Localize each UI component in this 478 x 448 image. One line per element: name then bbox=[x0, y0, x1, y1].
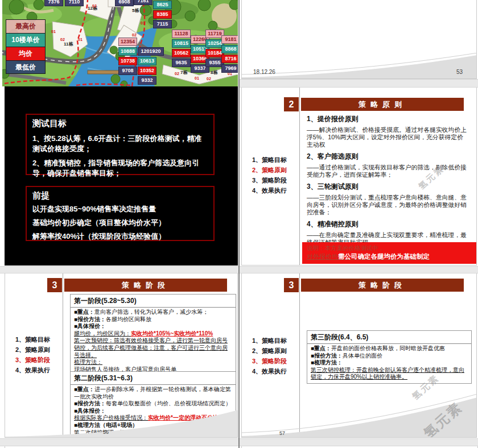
objective-2: 2、精准预销控，指导销售现场的客户筛选及意向引导，确保开盘销售率目标； bbox=[32, 158, 208, 179]
price-tag: 1201920 bbox=[138, 47, 164, 56]
column-divider bbox=[238, 0, 240, 448]
slide-sorter-page: { "watermark": "氢元素", "s53": { "date": "… bbox=[0, 0, 478, 448]
slide-thumbnail-objectives[interactable]: 测试目标 1、按5.28认筹，6.6开盘计：三阶段价格测试，精准测试价格接受度；… bbox=[5, 86, 238, 266]
slide-date: 18.12.26 bbox=[253, 69, 275, 75]
principle-body: ——解决价格测试、价格接受摸底。通过对各腿实收均价上浮5%、10%两大区间，设定… bbox=[307, 126, 467, 148]
unit-marker: 02 bbox=[207, 77, 211, 81]
principle-title: 1、提价报价原则 bbox=[307, 114, 467, 124]
box-title: 测试目标 bbox=[32, 118, 208, 129]
stage-text-line: ■梳理方法： bbox=[311, 359, 468, 367]
stage-title: 第二阶段(5.31~6.3) bbox=[71, 372, 236, 385]
price-tag: 10815 bbox=[172, 39, 191, 48]
agenda-item: 3、策略阶段 bbox=[15, 356, 67, 364]
unit-marker: 01 bbox=[78, 38, 83, 42]
building-label: 7栋 bbox=[180, 69, 187, 76]
stage-text-line: 针对客户价格接受情况，识别A\B类客户； bbox=[74, 436, 232, 438]
stage-text-line: 梳理方法： bbox=[74, 359, 232, 366]
stage-text-line: ■报价方法：具体单位的面价 bbox=[311, 352, 468, 360]
stage-text-line: ■重点：开盘前的面价价格表释放，同时暗放开盘优惠 bbox=[311, 345, 468, 352]
price-tag: 10352 bbox=[138, 67, 156, 75]
price-tag: 11128 bbox=[172, 30, 191, 38]
slide-agenda-nav: 1、策略目标2、策略原则3、策略阶段4、效果执行 bbox=[15, 336, 67, 377]
price-tag: 8716 bbox=[221, 55, 238, 63]
price-tag: 12354 bbox=[118, 38, 137, 46]
stage-text-line: 第二次销控梳理：根据客户筹号，采用日更新客户意向梳理； bbox=[74, 429, 232, 437]
price-tag: 7161 bbox=[134, 0, 153, 5]
slide-thumbnail-53[interactable]: 18.12.26 53 bbox=[241, 0, 477, 79]
legend-10th-floor-price: 10楼单价 bbox=[6, 33, 46, 47]
stage-text-line: ■报价方法：每套单位取整面价（均价、总价视现场情况而定） bbox=[74, 400, 232, 408]
principle-title: 2、客户筛选原则 bbox=[307, 152, 467, 161]
slide-agenda-nav: 1、策略目标2、策略原则3、策略阶段4、效果执行 bbox=[252, 156, 303, 197]
slide-title: 策略阶段 bbox=[301, 279, 464, 292]
principle-body: ——通过价格测试，实现有效目标客户的筛选，剔除低价接受能力客户，进而保证解筹率； bbox=[307, 164, 467, 179]
page-number: 56 bbox=[103, 429, 109, 435]
stage-text-line: ■重点：意向客户筛选，转化为认筹客户，减少水筹； bbox=[74, 309, 232, 316]
agenda-item: 4、效果执行 bbox=[252, 187, 303, 194]
agenda-item: 1、策略目标 bbox=[15, 336, 67, 343]
unit-marker: 02 bbox=[60, 38, 65, 42]
section-number: 3 bbox=[284, 278, 299, 292]
unit-marker: 02 bbox=[132, 33, 137, 37]
unit-marker: 01 bbox=[195, 76, 199, 80]
footer-swoosh bbox=[242, 392, 477, 437]
stage-text-line: 第三次销控梳理：开盘前晚全部认筹客户逐个精准梳理，意向锁定，力保开盘90%以上销… bbox=[311, 367, 468, 381]
slide-thumbnail-stage-3[interactable]: 3 策略阶段 1、策略目标2、策略原则3、策略阶段4、效果执行 第三阶段(6.4… bbox=[241, 273, 477, 438]
slide-thumbnail-map[interactable]: 最高价 10楼单价 均价 最低价 73767110690871618625838… bbox=[2, 0, 238, 86]
price-tag: 10738 bbox=[118, 57, 137, 65]
building-label: 5栋 bbox=[132, 7, 139, 14]
footer-swoosh bbox=[242, 53, 477, 78]
premise-1: 以开盘实现85~90%销售率决定推售量 bbox=[32, 204, 208, 214]
stage-text-line: ■报价方法：各腿均价区间释放 bbox=[74, 316, 232, 323]
unit-marker: 01 bbox=[141, 21, 145, 25]
premise-box: 前提 以开盘实现85~90%销售率决定推售量 基础均价初步确定（项目整体均价水平… bbox=[26, 186, 215, 241]
stage-2-box: 第二阶段(5.31~6.3) ■重点：进一步剔除水筹，并根据第一轮价格测试，基本… bbox=[70, 371, 236, 438]
price-tag: 8868 bbox=[221, 45, 238, 53]
agenda-item: 2、策略原则 bbox=[15, 346, 67, 354]
test-objectives-box: 测试目标 1、按5.28认筹，6.6开盘计：三阶段价格测试，精准测试价格接受度；… bbox=[26, 114, 215, 175]
unit-marker: 02 bbox=[92, 4, 97, 8]
agenda-item: 3、策略阶段 bbox=[252, 177, 303, 184]
box-title: 前提 bbox=[32, 190, 208, 201]
price-tag: 7110 bbox=[65, 0, 84, 6]
agenda-item: 2、策略原则 bbox=[252, 167, 303, 174]
stage-1-box: 第一阶段(5.28~5.30) ■重点：意向客户筛选，转化为认筹客户，减少水筹；… bbox=[70, 294, 236, 383]
price-tag: 10562 bbox=[172, 49, 191, 57]
note-banner: 说明：本方案的价格测试中， 对外报价均需公司确定各腿均价为基础制定 bbox=[302, 242, 476, 264]
agenda-item: 2、策略原则 bbox=[252, 347, 303, 355]
price-tag: 8625 bbox=[153, 1, 172, 9]
unit-marker: 01 bbox=[51, 30, 56, 34]
principle-title: 4、精准销控原则 bbox=[307, 219, 467, 229]
page-number: 53 bbox=[456, 69, 463, 75]
stage-body: ■重点：开盘前的面价价格表释放，同时暗放开盘优惠■报价方法：具体单位的面价■梳理… bbox=[307, 344, 471, 383]
price-tag: 7115 bbox=[153, 20, 172, 28]
agenda-item: 1、策略目标 bbox=[252, 337, 303, 345]
note-line-2: 对外报价均需公司确定各腿均价为基础制定 bbox=[307, 252, 472, 261]
section-number: 2 bbox=[284, 97, 299, 111]
watermark: 氢元素 bbox=[420, 398, 467, 438]
stage-text-line: 第一次预销控：筛选有效价格接受客户，进行第一轮意向房号销控，为后续客户梳理做基础… bbox=[74, 337, 232, 359]
legend-lowest-price: 最低价 bbox=[6, 60, 46, 74]
stage-text-line: ■重点：进一步剔除水筹，并根据第一轮价格测试，基本确定第一批次实收均价 bbox=[74, 386, 232, 400]
stage-text-line: 腿均价，均价区间为：实收均价*105%~实收均价*110% bbox=[74, 330, 232, 338]
row-gap bbox=[240, 79, 478, 88]
slide-title: 策略阶段 bbox=[64, 279, 227, 292]
slide-thumbnail-stages-1-2[interactable]: 3 策略阶段 1、策略目标2、策略原则3、策略阶段4、效果执行 第一阶段(5.2… bbox=[5, 273, 238, 438]
stage-title: 第一阶段(5.28~5.30) bbox=[71, 294, 236, 308]
stage-text-line: 根据实际客户价格接受情况：实收均价*一定的浮动百分比 bbox=[74, 414, 232, 422]
unit-marker: 02 bbox=[175, 72, 179, 76]
building-label: 11栋 bbox=[64, 41, 73, 47]
page-number: 57 bbox=[279, 430, 285, 436]
slide-thumbnail-principles[interactable]: 2 策略原则 1、策略目标2、策略原则3、策略阶段4、效果执行 1、提价报价原则… bbox=[241, 86, 477, 266]
price-tag: 9332 bbox=[138, 76, 156, 85]
note-line-1: 说明：本方案的价格测试中， bbox=[307, 244, 472, 252]
principles-list: 1、提价报价原则——解决价格测试、价格接受摸底。通过对各腿实收均价上浮5%、10… bbox=[307, 111, 467, 248]
map-price-legend: 最高价 10楼单价 均价 最低价 bbox=[6, 19, 46, 74]
stage-3-box: 第三阶段(6.4、6.5) ■重点：开盘前的面价价格表释放，同时暗放开盘优惠■报… bbox=[307, 330, 472, 384]
building-label: 8栋 bbox=[211, 69, 217, 76]
slide-agenda-nav: 1、策略目标2、策略原则3、策略阶段4、效果执行 bbox=[252, 337, 303, 378]
principle-title: 3、三轮测试原则 bbox=[307, 182, 467, 192]
stage-text-line: ■具体报价： bbox=[74, 323, 232, 330]
price-tag: 9635 bbox=[172, 59, 191, 67]
agenda-item: 4、效果执行 bbox=[252, 368, 303, 375]
